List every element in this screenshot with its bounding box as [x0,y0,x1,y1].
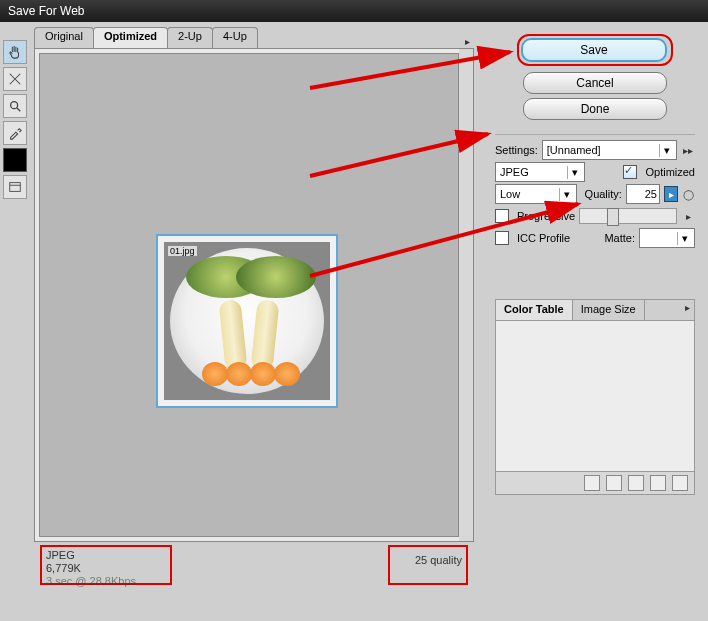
footer-quality: 25 quality [415,554,462,566]
colortable-flyout-icon[interactable]: ▸ [680,300,694,314]
eyedropper-tool[interactable] [3,121,27,145]
tab-image-size[interactable]: Image Size [573,300,645,320]
svg-rect-1 [10,183,21,192]
tab-original[interactable]: Original [34,27,94,48]
scrollbar-vertical[interactable] [459,49,473,541]
ct-btn-2[interactable] [606,475,622,491]
tab-2up[interactable]: 2-Up [167,27,213,48]
tab-4up[interactable]: 4-Up [212,27,258,48]
preset-dropdown[interactable]: [Unnamed]▾ [542,140,677,160]
preview-panel: Original Optimized 2-Up 4-Up ▸ 01.jpg JP… [34,28,474,578]
right-panel: Save Cancel Done Settings: [Unnamed]▾ ▸▸… [495,32,695,495]
settings-label: Settings: [495,144,538,156]
icc-checkbox[interactable] [495,231,509,245]
preview-footer: JPEG 6,779K 3 sec @ 28.8Kbps 25 quality [34,542,474,585]
settings-panel: Settings: [Unnamed]▾ ▸▸ JPEG▾ Optimized … [495,134,695,249]
preview-toggle[interactable] [3,175,27,199]
icc-label: ICC Profile [517,232,570,244]
quality-field[interactable] [626,184,660,204]
toolstrip [3,40,29,202]
preview-menu-icon[interactable]: ▸ [460,34,474,48]
quality-preset-dropdown[interactable]: Low▾ [495,184,577,204]
colortable-footer [496,471,694,494]
matte-dropdown[interactable]: ▾ [639,228,695,248]
footer-info-box: JPEG 6,779K 3 sec @ 28.8Kbps [40,545,172,585]
slice-tag: 01.jpg [168,246,197,256]
format-dropdown[interactable]: JPEG▾ [495,162,585,182]
ct-btn-1[interactable] [584,475,600,491]
color-swatch[interactable] [3,148,27,172]
colortable-body [496,321,694,471]
window-titlebar: Save For Web [0,0,708,22]
blur-slider[interactable] [579,208,677,224]
image-slice[interactable]: 01.jpg [156,234,338,408]
settings-flyout-icon[interactable]: ▸▸ [681,143,695,157]
blur-flyout-icon[interactable]: ▸ [681,209,695,223]
progressive-label: Progressive [517,210,575,222]
slice-tool[interactable] [3,67,27,91]
hand-tool[interactable] [3,40,27,64]
quality-slider-toggle[interactable]: ▸ [664,186,679,202]
ct-new-icon[interactable] [650,475,666,491]
ct-lock-icon[interactable] [628,475,644,491]
colortable-panel: Color Table Image Size ▸ [495,299,695,495]
footer-timing: 3 sec @ 28.8Kbps [46,575,166,588]
footer-format: JPEG [46,549,166,562]
ct-trash-icon[interactable] [672,475,688,491]
save-button[interactable]: Save [521,38,667,62]
save-button-highlight: Save [517,34,673,66]
quality-mask-icon[interactable]: ◯ [682,187,695,201]
quality-label: Quality: [585,188,622,200]
cancel-button[interactable]: Cancel [523,72,667,94]
preview-canvas[interactable]: 01.jpg [34,48,474,542]
image-preview: 01.jpg [158,236,336,406]
optimized-label: Optimized [645,166,695,178]
tab-color-table[interactable]: Color Table [496,300,573,320]
svg-point-0 [11,102,18,109]
zoom-tool[interactable] [3,94,27,118]
preview-tabs: Original Optimized 2-Up 4-Up ▸ [34,28,474,48]
matte-label: Matte: [604,232,635,244]
footer-size: 6,779K [46,562,166,575]
optimized-checkbox[interactable] [623,165,637,179]
window-title: Save For Web [8,4,84,18]
footer-quality-box: 25 quality [388,545,468,585]
tab-optimized[interactable]: Optimized [93,27,168,48]
done-button[interactable]: Done [523,98,667,120]
progressive-checkbox[interactable] [495,209,509,223]
